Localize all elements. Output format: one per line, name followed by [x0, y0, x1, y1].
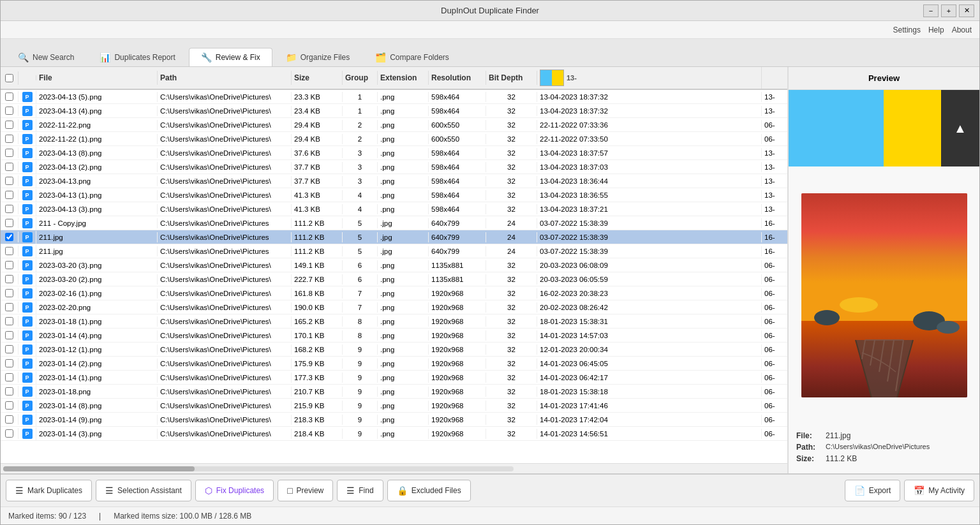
row-checkbox-cell[interactable] [1, 260, 19, 270]
row-checkbox-cell[interactable] [1, 386, 19, 397]
row-checkbox[interactable] [5, 177, 13, 185]
table-row[interactable]: P 2023-04-13.png C:\Users\vikas\OneDrive… [1, 174, 787, 188]
header-resolution[interactable]: Resolution [429, 71, 486, 85]
row-checkbox[interactable] [5, 401, 13, 410]
row-checkbox-cell[interactable] [1, 316, 19, 327]
preview-button[interactable]: □ Preview [278, 480, 333, 501]
header-size[interactable]: Size [292, 71, 343, 85]
row-checkbox[interactable] [5, 163, 13, 171]
row-checkbox[interactable] [5, 387, 13, 396]
table-row[interactable]: P 211.jpg C:\Users\vikas\OneDrive\Pictur… [1, 244, 787, 258]
table-row[interactable]: P 2022-11-22 (1).png C:\Users\vikas\OneD… [1, 132, 787, 146]
row-checkbox-cell[interactable] [1, 161, 19, 172]
row-checkbox-cell[interactable] [1, 246, 19, 256]
table-row[interactable]: P 2022-11-22.png C:\Users\vikas\OneDrive… [1, 118, 787, 132]
select-all-checkbox[interactable] [5, 74, 13, 82]
tab-duplicates-report[interactable]: 📊 Duplicates Report [87, 48, 187, 66]
row-checkbox[interactable] [5, 107, 13, 115]
table-row[interactable]: P 2023-01-14 (2).png C:\Users\vikas\OneD… [1, 357, 787, 371]
table-row[interactable]: P 2023-04-13 (5).png C:\Users\vikas\OneD… [1, 90, 787, 104]
header-path[interactable]: Path [158, 71, 292, 85]
horizontal-scrollbar[interactable] [1, 463, 787, 473]
table-row[interactable]: P 2023-03-20 (3).png C:\Users\vikas\OneD… [1, 258, 787, 272]
row-checkbox-cell[interactable] [1, 400, 19, 411]
table-row[interactable]: P 2023-01-14 (8).png C:\Users\vikas\OneD… [1, 399, 787, 413]
close-button[interactable]: ✕ [959, 4, 974, 17]
row-checkbox-cell[interactable] [1, 330, 19, 341]
table-row[interactable]: P 2023-02-20.png C:\Users\vikas\OneDrive… [1, 300, 787, 314]
fix-duplicates-button[interactable]: ⬡ Fix Duplicates [195, 480, 274, 501]
tab-review-fix[interactable]: 🔧 Review & Fix [189, 48, 272, 66]
row-checkbox-cell[interactable] [1, 302, 19, 313]
minimize-button[interactable]: − [923, 4, 939, 17]
row-checkbox[interactable] [5, 233, 13, 241]
row-checkbox-cell[interactable] [1, 91, 19, 102]
table-row[interactable]: P 2023-04-13 (1).png C:\Users\vikas\OneD… [1, 188, 787, 202]
header-bitdepth[interactable]: Bit Depth [486, 71, 537, 85]
my-activity-button[interactable]: 📅 My Activity [904, 480, 974, 501]
row-checkbox-cell[interactable] [1, 147, 19, 158]
row-checkbox[interactable] [5, 149, 13, 157]
row-checkbox[interactable] [5, 121, 13, 129]
table-row[interactable]: P 2023-04-13 (4).png C:\Users\vikas\OneD… [1, 104, 787, 118]
table-row[interactable]: P 2023-04-13 (8).png C:\Users\vikas\OneD… [1, 146, 787, 160]
row-checkbox[interactable] [5, 247, 13, 255]
table-row[interactable]: P 2023-01-18.png C:\Users\vikas\OneDrive… [1, 385, 787, 399]
table-row[interactable]: P 2023-04-13 (2).png C:\Users\vikas\OneD… [1, 160, 787, 174]
table-body[interactable]: P 2023-04-13 (5).png C:\Users\vikas\OneD… [1, 90, 787, 463]
row-checkbox[interactable] [5, 275, 13, 283]
row-checkbox-cell[interactable] [1, 414, 19, 425]
table-row[interactable]: P 2023-01-18 (1).png C:\Users\vikas\OneD… [1, 314, 787, 329]
table-row[interactable]: P 2023-02-16 (1).png C:\Users\vikas\OneD… [1, 286, 787, 300]
table-row[interactable]: P 211 - Copy.jpg C:\Users\vikas\OneDrive… [1, 216, 787, 230]
row-checkbox-cell[interactable] [1, 175, 19, 186]
row-checkbox[interactable] [5, 345, 13, 353]
mark-duplicates-button[interactable]: ☰ Mark Duplicates [6, 480, 92, 501]
tab-organize-files[interactable]: 📁 Organize Files [274, 48, 362, 66]
excluded-files-button[interactable]: 🔒 Excluded Files [387, 480, 471, 501]
menu-help[interactable]: Help [928, 26, 944, 34]
header-extension[interactable]: Extension [378, 71, 429, 85]
row-checkbox-cell[interactable] [1, 358, 19, 369]
table-row[interactable]: P 2023-01-12 (1).png C:\Users\vikas\OneD… [1, 343, 787, 357]
tab-new-search[interactable]: 🔍 New Search [6, 48, 86, 66]
table-row[interactable]: P 2023-04-13 (3).png C:\Users\vikas\OneD… [1, 202, 787, 216]
tab-compare-folders[interactable]: 🗂️ Compare Folders [363, 48, 461, 66]
row-checkbox[interactable] [5, 317, 13, 325]
row-checkbox[interactable] [5, 261, 13, 269]
table-row[interactable]: P 2023-01-14 (1).png C:\Users\vikas\OneD… [1, 371, 787, 385]
row-checkbox[interactable] [5, 331, 13, 339]
header-group[interactable]: Group [343, 71, 378, 85]
row-checkbox-cell[interactable] [1, 232, 19, 242]
table-row[interactable]: P 2023-01-14 (9).png C:\Users\vikas\OneD… [1, 413, 787, 427]
row-checkbox-cell[interactable] [1, 274, 19, 285]
row-checkbox-cell[interactable] [1, 218, 19, 228]
row-checkbox[interactable] [5, 219, 13, 227]
table-row[interactable]: P 211.jpg C:\Users\vikas\OneDrive\Pictur… [1, 230, 787, 244]
row-checkbox-cell[interactable] [1, 189, 19, 200]
row-checkbox[interactable] [5, 205, 13, 213]
menu-settings[interactable]: Settings [893, 26, 921, 34]
row-checkbox[interactable] [5, 289, 13, 297]
row-checkbox-cell[interactable] [1, 288, 19, 299]
row-checkbox[interactable] [5, 191, 13, 199]
row-checkbox[interactable] [5, 359, 13, 367]
header-date[interactable]: 13- [537, 67, 762, 89]
table-row[interactable]: P 2023-01-14 (4).png C:\Users\vikas\OneD… [1, 329, 787, 343]
row-checkbox-cell[interactable] [1, 105, 19, 116]
row-checkbox-cell[interactable] [1, 133, 19, 144]
row-checkbox[interactable] [5, 373, 13, 381]
row-checkbox-cell[interactable] [1, 372, 19, 383]
header-checkbox[interactable] [1, 71, 19, 85]
table-row[interactable]: P 2023-03-20 (2).png C:\Users\vikas\OneD… [1, 272, 787, 286]
table-row[interactable]: P 2023-01-14 (3).png C:\Users\vikas\OneD… [1, 427, 787, 441]
find-button[interactable]: ☰ Find [337, 480, 383, 501]
maximize-button[interactable]: + [941, 4, 956, 17]
header-file[interactable]: File [36, 71, 158, 85]
export-button[interactable]: 📄 Export [845, 480, 901, 501]
row-checkbox[interactable] [5, 415, 13, 424]
row-checkbox-cell[interactable] [1, 428, 19, 439]
menu-about[interactable]: About [952, 26, 972, 34]
selection-assistant-button[interactable]: ☰ Selection Assistant [96, 480, 191, 501]
row-checkbox[interactable] [5, 92, 13, 101]
